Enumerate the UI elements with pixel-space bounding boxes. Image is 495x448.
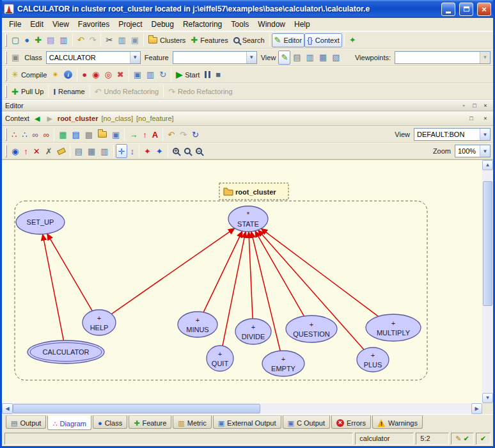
copy-button[interactable]: ▥ (115, 33, 128, 47)
zoom-in-button[interactable]: + (170, 144, 182, 158)
view-interface-button[interactable]: ▦ (317, 51, 329, 65)
tab-metric[interactable]: ▥Metric (173, 415, 211, 429)
menu-tools[interactable]: Tools (226, 19, 253, 30)
menu-file[interactable]: File (4, 19, 26, 30)
inheritance-link-divide-to-state[interactable] (249, 232, 253, 319)
save-button[interactable]: ▤ (44, 33, 57, 47)
client-supplier-link-button[interactable]: ∞ (30, 127, 41, 141)
class-node-multiply[interactable]: +MULTIPLY (366, 314, 421, 341)
sort-classes-button[interactable]: ↕ (127, 144, 137, 158)
maximize-button[interactable] (459, 3, 473, 16)
delete-item-button[interactable]: ✕ (31, 144, 43, 158)
vertical-scrollbar[interactable]: ▲ ▼ (482, 160, 493, 403)
watch-tool-button[interactable]: ▥ (144, 68, 157, 82)
set-center-class-button[interactable]: ↑ (140, 127, 150, 141)
send-to-button[interactable]: ▣ (9, 51, 22, 65)
tab-class[interactable]: ●Class (93, 415, 127, 429)
paste-button[interactable]: ▣ (129, 33, 141, 47)
rename-button[interactable]: IRename (51, 84, 87, 99)
menu-edit[interactable]: Edit (26, 19, 48, 30)
viewpoints-select-combobox[interactable]: ▼ (395, 51, 491, 64)
save-all-button[interactable]: ▥ (57, 33, 70, 47)
layout-diagram-button[interactable]: ▦ (85, 144, 98, 158)
pause-button[interactable] (202, 68, 213, 82)
view-flat-button[interactable]: ▤ (290, 51, 303, 65)
remove-breakpoints-button[interactable]: ✖ (114, 68, 127, 82)
export-png-button[interactable]: ▦ (56, 127, 69, 141)
title-bar[interactable]: CALCULATOR in cluster root_cluster locat… (2, 0, 493, 18)
class-node-help[interactable]: +HELP (82, 310, 116, 335)
redo-refactoring-button[interactable]: ↷Redo Refactoring (166, 84, 235, 99)
go-to-target-button[interactable]: → (127, 127, 140, 141)
open-file-button[interactable]: ● (22, 33, 32, 47)
print-diagram-button[interactable]: ▤ (69, 127, 82, 141)
compile-button[interactable]: ✳Compile (9, 68, 49, 82)
step-indicator-button[interactable]: ↻ (157, 68, 169, 82)
context-pane-close-icon[interactable]: × (481, 115, 490, 123)
feature-select-dropdown-arrow-icon[interactable]: ▼ (246, 52, 256, 63)
class-node-empty[interactable]: +EMPTY (262, 351, 304, 376)
feature-select-combobox[interactable]: ▼ (173, 51, 257, 64)
class-node-plus[interactable]: +PLUS (357, 348, 389, 372)
menu-help[interactable]: Help (290, 19, 315, 30)
debug-ignore-breakpoints-button[interactable]: ◎ (102, 68, 114, 82)
hide-item-button[interactable]: ✗ (43, 144, 55, 158)
horizontal-scrollbar[interactable]: ◀ ▶ (2, 403, 493, 414)
undo-button[interactable]: ↶ (75, 33, 87, 47)
pane-maximize-icon[interactable]: □ (470, 102, 479, 110)
diagram-view-select-combobox[interactable]: DEFAULT:BON▼ (414, 128, 491, 141)
zoom-out-button[interactable]: − (193, 144, 205, 158)
stop-execution-button[interactable]: ■ (213, 68, 223, 82)
cut-button[interactable]: ✂ (103, 33, 115, 47)
depth-supplier-button[interactable]: ✦ (153, 144, 166, 158)
freeze-button[interactable]: ✴ (49, 68, 61, 82)
menu-window[interactable]: Window (253, 19, 290, 30)
inheritance-mode-button[interactable]: ↑ (21, 144, 31, 158)
view-clickable-button[interactable]: ▥ (304, 51, 317, 65)
redo-button[interactable]: ↷ (87, 33, 99, 47)
view-descendants-button[interactable]: ▧ (329, 51, 342, 65)
minimize-button[interactable] (441, 3, 455, 16)
menu-refactoring[interactable]: Refactoring (178, 19, 226, 30)
reset-layout-button[interactable]: ▥ (98, 144, 111, 158)
add-class-button[interactable]: ✚ (32, 33, 44, 47)
undo-refactoring-button[interactable]: ↶Undo Refactoring (92, 84, 162, 99)
zoom-select-combobox[interactable]: 100%▼ (455, 145, 491, 157)
close-button[interactable]: × (477, 3, 491, 16)
external-commands-button[interactable]: ✦ (347, 33, 359, 47)
cluster-label-box[interactable]: root_cluster (219, 183, 288, 200)
menu-favorites[interactable]: Favorites (74, 19, 114, 30)
quality-view-button[interactable]: ◉ (9, 144, 21, 158)
pane-float-icon[interactable]: ▫ (459, 102, 468, 110)
diagram-canvas[interactable]: root_clusterSET_UP*STATE+HELP+MINUS+DIVI… (2, 160, 482, 403)
inheritance-link-help-to-set_up[interactable] (47, 234, 93, 311)
toolbar-grip[interactable] (5, 34, 7, 47)
class-node-quit[interactable]: +QUIT (207, 346, 233, 371)
search-button[interactable]: Search (231, 33, 267, 47)
cluster-view-button[interactable]: ∴ (19, 127, 29, 141)
layout-grid-button[interactable]: ▩ (82, 127, 95, 141)
class-node-state[interactable]: *STATE (228, 206, 268, 232)
scroll-down-button[interactable]: ▼ (482, 393, 493, 403)
inheritance-link-tool-button[interactable]: ∞ (41, 127, 52, 141)
class-node-divide[interactable]: +DIVIDE (235, 319, 271, 344)
class-node-calculator[interactable]: CALCULATOR (28, 340, 104, 364)
viewpoints-select-dropdown-arrow-icon[interactable]: ▼ (480, 52, 490, 63)
toolbar-grip[interactable] (5, 68, 7, 81)
new-window-button[interactable]: ▢ (9, 33, 22, 47)
vertical-scroll-thumb[interactable] (483, 181, 492, 306)
history-back-button[interactable]: ◀ (33, 113, 42, 124)
history-forward-button[interactable]: ▶ (45, 113, 54, 124)
diagram-redo-button[interactable]: ↷ (177, 127, 189, 141)
zoom-select-dropdown-arrow-icon[interactable]: ▼ (480, 145, 490, 157)
context-cluster-name[interactable]: root_cluster (58, 115, 98, 122)
project-info-button[interactable]: i (61, 68, 75, 82)
diagram-view-select-dropdown-arrow-icon[interactable]: ▼ (480, 129, 490, 140)
inheritance-link-calculator-to-set_up[interactable] (43, 234, 64, 340)
eraser-button[interactable] (55, 144, 68, 158)
vertical-scroll-track[interactable] (482, 170, 493, 393)
clusters-button[interactable]: Clusters (146, 33, 188, 47)
class-node-question[interactable]: +QUESTION (286, 316, 337, 342)
horizontal-scroll-thumb[interactable] (13, 404, 260, 413)
menu-view[interactable]: View (48, 19, 74, 30)
